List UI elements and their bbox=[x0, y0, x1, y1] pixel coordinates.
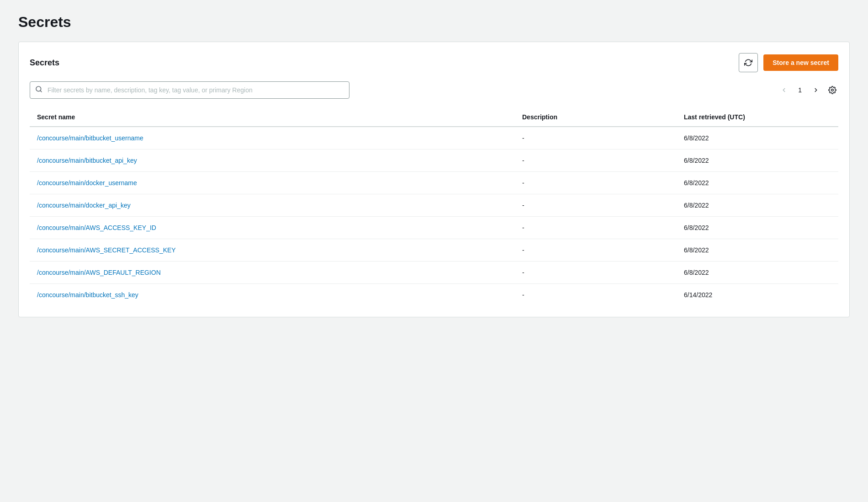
secret-name-cell: /concourse/main/docker_api_key bbox=[30, 194, 515, 217]
secret-name-link[interactable]: /concourse/main/AWS_ACCESS_KEY_ID bbox=[37, 224, 156, 231]
secret-description-cell: - bbox=[515, 150, 677, 172]
secret-name-link[interactable]: /concourse/main/bitbucket_api_key bbox=[37, 157, 137, 164]
search-container bbox=[30, 81, 349, 99]
secret-name-cell: /concourse/main/bitbucket_api_key bbox=[30, 150, 515, 172]
secret-description-cell: - bbox=[515, 127, 677, 150]
secret-name-link[interactable]: /concourse/main/AWS_DEFAULT_REGION bbox=[37, 269, 161, 276]
secret-name-cell: /concourse/main/bitbucket_username bbox=[30, 127, 515, 150]
table-row: /concourse/main/bitbucket_username-6/8/2… bbox=[30, 127, 838, 150]
card-header: Secrets Store a new secret bbox=[30, 53, 838, 72]
page-title: Secrets bbox=[18, 14, 850, 31]
secret-last-retrieved-cell: 6/14/2022 bbox=[677, 284, 838, 306]
secret-last-retrieved-cell: 6/8/2022 bbox=[677, 150, 838, 172]
table-body: /concourse/main/bitbucket_username-6/8/2… bbox=[30, 127, 838, 306]
secret-last-retrieved-cell: 6/8/2022 bbox=[677, 127, 838, 150]
secret-last-retrieved-cell: 6/8/2022 bbox=[677, 262, 838, 284]
secret-name-cell: /concourse/main/AWS_ACCESS_KEY_ID bbox=[30, 217, 515, 239]
secret-name-cell: /concourse/main/bitbucket_ssh_key bbox=[30, 284, 515, 306]
secret-name-link[interactable]: /concourse/main/docker_username bbox=[37, 179, 137, 187]
refresh-icon bbox=[744, 59, 752, 67]
table-row: /concourse/main/AWS_ACCESS_KEY_ID-6/8/20… bbox=[30, 217, 838, 239]
search-input[interactable] bbox=[30, 81, 349, 99]
table-row: /concourse/main/AWS_DEFAULT_REGION-6/8/2… bbox=[30, 262, 838, 284]
secret-description-cell: - bbox=[515, 262, 677, 284]
secret-name-cell: /concourse/main/docker_username bbox=[30, 172, 515, 194]
secret-name-cell: /concourse/main/AWS_SECRET_ACCESS_KEY bbox=[30, 239, 515, 262]
secret-description-cell: - bbox=[515, 194, 677, 217]
column-header-last-retrieved: Last retrieved (UTC) bbox=[677, 108, 838, 127]
table-settings-button[interactable] bbox=[826, 84, 838, 96]
refresh-button[interactable] bbox=[739, 53, 758, 72]
pagination-prev-button[interactable] bbox=[777, 85, 791, 95]
secret-name-link[interactable]: /concourse/main/AWS_SECRET_ACCESS_KEY bbox=[37, 246, 176, 254]
table-row: /concourse/main/bitbucket_ssh_key-6/14/2… bbox=[30, 284, 838, 306]
secret-description-cell: - bbox=[515, 239, 677, 262]
pagination-current-page: 1 bbox=[794, 85, 805, 96]
column-header-description: Description bbox=[515, 108, 677, 127]
column-header-name: Secret name bbox=[30, 108, 515, 127]
secret-description-cell: - bbox=[515, 217, 677, 239]
secret-last-retrieved-cell: 6/8/2022 bbox=[677, 172, 838, 194]
card-title: Secrets bbox=[30, 58, 59, 68]
pagination-next-button[interactable] bbox=[809, 85, 823, 95]
gear-icon bbox=[828, 86, 836, 94]
pagination: 1 bbox=[777, 84, 838, 96]
table-row: /concourse/main/AWS_SECRET_ACCESS_KEY-6/… bbox=[30, 239, 838, 262]
chevron-right-icon bbox=[813, 87, 819, 93]
table-header-row: Secret name Description Last retrieved (… bbox=[30, 108, 838, 127]
secret-name-link[interactable]: /concourse/main/docker_api_key bbox=[37, 202, 131, 209]
secret-last-retrieved-cell: 6/8/2022 bbox=[677, 239, 838, 262]
secret-name-link[interactable]: /concourse/main/bitbucket_ssh_key bbox=[37, 291, 138, 299]
search-row: 1 bbox=[30, 81, 838, 99]
chevron-left-icon bbox=[781, 87, 787, 93]
svg-point-2 bbox=[831, 89, 834, 91]
table-row: /concourse/main/docker_username-6/8/2022 bbox=[30, 172, 838, 194]
secrets-card: Secrets Store a new secret bbox=[18, 42, 850, 317]
secret-name-link[interactable]: /concourse/main/bitbucket_username bbox=[37, 134, 143, 142]
secret-last-retrieved-cell: 6/8/2022 bbox=[677, 217, 838, 239]
secret-last-retrieved-cell: 6/8/2022 bbox=[677, 194, 838, 217]
store-new-secret-button[interactable]: Store a new secret bbox=[763, 54, 838, 71]
header-actions: Store a new secret bbox=[739, 53, 838, 72]
secret-description-cell: - bbox=[515, 284, 677, 306]
secret-name-cell: /concourse/main/AWS_DEFAULT_REGION bbox=[30, 262, 515, 284]
table-row: /concourse/main/docker_api_key-6/8/2022 bbox=[30, 194, 838, 217]
table-head: Secret name Description Last retrieved (… bbox=[30, 108, 838, 127]
secrets-table: Secret name Description Last retrieved (… bbox=[30, 108, 838, 306]
secret-description-cell: - bbox=[515, 172, 677, 194]
table-row: /concourse/main/bitbucket_api_key-6/8/20… bbox=[30, 150, 838, 172]
